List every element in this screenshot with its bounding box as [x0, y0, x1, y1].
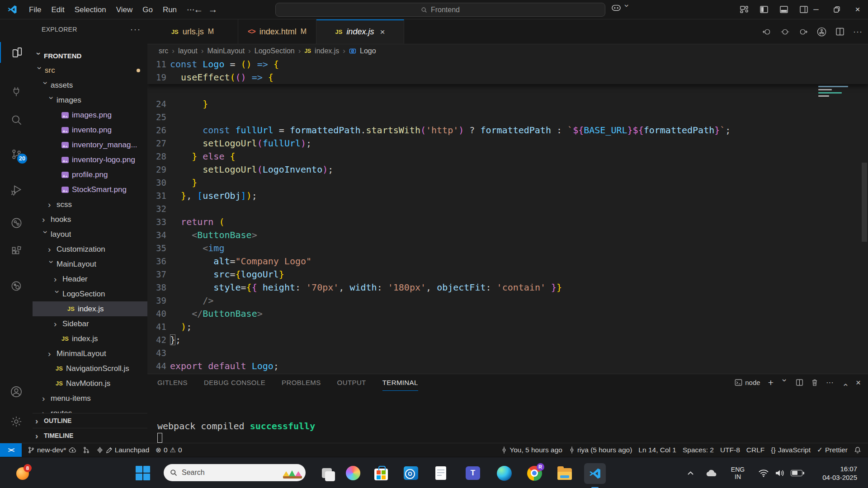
command-center-search[interactable]: Frontend: [275, 3, 605, 17]
panel-more-actions-icon[interactable]: ···: [826, 378, 834, 387]
blame-you-item[interactable]: You, 5 hours ago: [498, 443, 566, 457]
breadcrumb-layout[interactable]: layout: [178, 47, 198, 55]
split-terminal-icon[interactable]: [796, 379, 803, 386]
new-terminal-icon[interactable]: +: [768, 377, 774, 388]
menu-edit[interactable]: Edit: [46, 3, 69, 16]
clock[interactable]: 16:0704-03-2025: [809, 457, 862, 488]
tree-item-images-png[interactable]: images.png: [33, 108, 147, 122]
terminal-dropdown-icon[interactable]: ›: [782, 379, 788, 386]
copilot-menu[interactable]: ›: [611, 4, 632, 12]
language-mode-item[interactable]: {} JavaScript: [768, 443, 814, 457]
outlook-icon[interactable]: O: [403, 465, 419, 481]
breadcrumb-src[interactable]: src: [159, 47, 168, 55]
tree-item-navmotion-js[interactable]: JSNavMotion.js: [33, 376, 147, 391]
account-icon[interactable]: [0, 381, 33, 402]
edge-icon[interactable]: [496, 465, 512, 481]
tree-item-navigationscroll-js[interactable]: JSNavigationScroll.js: [33, 361, 147, 376]
tree-item-invento-png[interactable]: invento.png: [33, 122, 147, 137]
tree-item-index-js[interactable]: JSindex.js: [33, 301, 147, 316]
notifications-bell[interactable]: [851, 443, 864, 457]
notification-app-icon[interactable]: 8: [16, 465, 31, 480]
customize-layout-icon[interactable]: [740, 5, 749, 14]
onedrive-icon[interactable]: [703, 457, 720, 488]
tree-item-images[interactable]: ›images: [33, 93, 147, 108]
close-tab-icon[interactable]: ×: [380, 27, 385, 37]
encoding-item[interactable]: UTF-8: [717, 443, 743, 457]
panel-tab-gitlens[interactable]: GITLENS: [157, 374, 188, 391]
vscode-taskbar-icon[interactable]: [584, 463, 606, 484]
tree-item-index-js[interactable]: JSindex.js: [33, 331, 147, 346]
volume-icon[interactable]: [772, 457, 788, 488]
menu-go[interactable]: Go: [137, 3, 158, 16]
gitlens-prev-change-icon[interactable]: [762, 27, 772, 37]
language-indicator[interactable]: ENGIN: [727, 457, 749, 488]
tree-item-scss[interactable]: ›scss: [33, 197, 147, 212]
tree-item-src[interactable]: ›src: [33, 63, 147, 78]
tree-item-assets[interactable]: ›assets: [33, 78, 147, 93]
taskbar-search[interactable]: Search: [164, 464, 306, 481]
terminal-instance[interactable]: node: [735, 379, 760, 386]
split-editor-icon[interactable]: [835, 27, 844, 36]
tree-item-header[interactable]: ›Header: [33, 272, 147, 286]
tree-item-profile-png[interactable]: profile.png: [33, 167, 147, 182]
teams-icon[interactable]: T: [465, 465, 481, 481]
panel-tab-debug-console[interactable]: DEBUG CONSOLE: [204, 374, 265, 391]
eol-item[interactable]: CRLF: [743, 443, 768, 457]
explorer-icon[interactable]: [0, 42, 33, 63]
tray-chevron-icon[interactable]: [684, 457, 697, 488]
formatter-item[interactable]: ✓ Prettier: [814, 443, 851, 457]
code-editor[interactable]: 24 }2526 const fullUrl = formattedPath.s…: [147, 58, 868, 374]
tree-item-layout[interactable]: ›layout: [33, 227, 147, 242]
panel-tab-problems[interactable]: PROBLEMS: [282, 374, 321, 391]
toggle-panel-icon[interactable]: [779, 5, 788, 14]
chrome-icon[interactable]: R: [526, 465, 542, 481]
gitlens-next-change-icon[interactable]: [798, 27, 808, 37]
tree-item-sidebar[interactable]: ›Sidebar: [33, 316, 147, 331]
nav-forward-icon[interactable]: →: [206, 0, 220, 19]
toggle-primary-sidebar-icon[interactable]: [760, 5, 769, 14]
tab-index-js[interactable]: JS index.js ×: [316, 19, 404, 44]
tree-item-routes[interactable]: ›routes: [33, 406, 147, 413]
panel-tab-terminal[interactable]: TERMINAL: [382, 374, 418, 391]
breadcrumb[interactable]: src› layout› MainLayout› LogoSection› JS…: [147, 44, 868, 58]
gitlens-graph-icon[interactable]: [816, 27, 827, 37]
launchpad-item[interactable]: Launchpad: [93, 443, 153, 457]
remote-explorer-icon[interactable]: [0, 81, 33, 102]
indentation-item[interactable]: Spaces: 2: [679, 443, 717, 457]
maximize-button[interactable]: [826, 0, 847, 19]
copilot-app-icon[interactable]: [345, 465, 361, 481]
nav-back-icon[interactable]: ←: [192, 0, 205, 19]
more-actions-icon[interactable]: ···: [853, 27, 863, 37]
search-icon[interactable]: [0, 109, 33, 130]
breadcrumb-file[interactable]: index.js: [315, 47, 339, 55]
breadcrumb-mainlayout[interactable]: MainLayout: [207, 47, 245, 55]
tree-item-inventory-manag-[interactable]: inventory_manag...: [33, 137, 147, 152]
breadcrumb-logosection[interactable]: LogoSection: [255, 47, 295, 55]
blame-riya-item[interactable]: riya (5 hours ago): [566, 443, 635, 457]
gitlens-current-change-icon[interactable]: [780, 27, 790, 37]
tree-item-stocksmart-png[interactable]: StockSmart.png: [33, 182, 147, 197]
kill-terminal-icon[interactable]: [811, 379, 818, 386]
battery-icon[interactable]: [789, 457, 806, 488]
tab-index-html[interactable]: <> index.html M: [238, 19, 316, 44]
cursor-position-item[interactable]: Ln 14, Col 1: [635, 443, 679, 457]
close-panel-icon[interactable]: ×: [856, 378, 861, 388]
file-explorer-icon[interactable]: [557, 465, 573, 481]
git-branch-item[interactable]: new-dev*: [24, 443, 80, 457]
extensions-icon[interactable]: [0, 241, 33, 262]
task-view-icon[interactable]: [319, 465, 335, 481]
tree-item-hooks[interactable]: ›hooks: [33, 212, 147, 227]
microsoft-store-icon[interactable]: [373, 465, 389, 481]
minimize-button[interactable]: ─: [806, 0, 826, 19]
tree-item-minimallayout[interactable]: ›MinimalLayout: [33, 346, 147, 361]
menu-file[interactable]: File: [24, 3, 46, 16]
explorer-more-actions-icon[interactable]: ···: [130, 25, 141, 34]
menu-view[interactable]: View: [111, 3, 138, 16]
breadcrumb-symbol[interactable]: Logo: [360, 47, 376, 55]
tree-item-menu-items[interactable]: ›menu-items: [33, 391, 147, 406]
notepad-icon[interactable]: [433, 465, 449, 481]
menu-run[interactable]: Run: [158, 3, 182, 16]
run-debug-icon[interactable]: [0, 179, 33, 200]
panel-tab-output[interactable]: OUTPUT: [337, 374, 366, 391]
gitlens-inspect-icon[interactable]: [0, 276, 33, 296]
